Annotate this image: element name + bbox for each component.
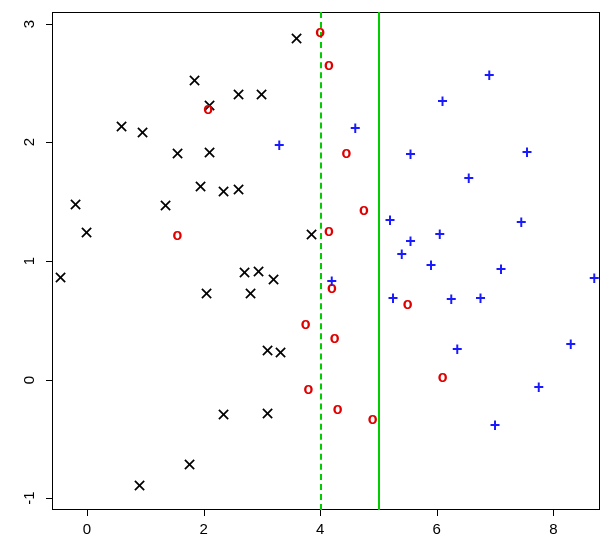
point-class-x: ✕ <box>53 269 68 287</box>
x-tick <box>437 510 438 516</box>
point-class-plus: + <box>405 145 416 163</box>
point-class-x: ✕ <box>254 86 269 104</box>
x-tick <box>87 510 88 516</box>
plot-area <box>52 12 600 510</box>
point-class-o: o <box>330 330 340 346</box>
x-tick-label: 4 <box>316 520 324 537</box>
point-class-o: o <box>324 223 334 239</box>
point-class-x: ✕ <box>216 406 231 424</box>
point-class-o: o <box>359 202 369 218</box>
scatter-chart: 02468-10123 ✕✕✕✕✕✕✕✕✕✕✕✕✕✕✕✕✕✕✕✕✕✕✕✕✕✕✕✕… <box>0 0 614 556</box>
x-tick <box>553 510 554 516</box>
point-class-x: ✕ <box>237 264 252 282</box>
point-class-x: ✕ <box>260 405 275 423</box>
point-class-plus: + <box>452 340 463 358</box>
point-class-x: ✕ <box>243 285 258 303</box>
point-class-plus: + <box>589 269 600 287</box>
point-class-plus: + <box>534 378 545 396</box>
point-class-plus: + <box>484 66 495 84</box>
y-tick-label: 3 <box>34 16 51 24</box>
x-tick-label: 0 <box>83 520 91 537</box>
point-class-plus: + <box>496 260 507 278</box>
point-class-plus: + <box>516 213 527 231</box>
point-class-x: ✕ <box>187 72 202 90</box>
point-class-plus: + <box>405 232 416 250</box>
point-class-o: o <box>203 101 213 117</box>
point-class-x: ✕ <box>266 271 281 289</box>
y-tick-label: 1 <box>34 253 51 261</box>
y-tick-label: 2 <box>34 134 51 142</box>
point-class-plus: + <box>566 335 577 353</box>
x-tick-label: 2 <box>199 520 207 537</box>
point-class-plus: + <box>446 290 457 308</box>
vline-dashed <box>320 12 322 510</box>
y-tick <box>46 498 52 499</box>
point-class-x: ✕ <box>251 263 266 281</box>
y-tick <box>46 261 52 262</box>
x-tick <box>320 510 321 516</box>
point-class-plus: + <box>434 225 445 243</box>
point-class-x: ✕ <box>231 181 246 199</box>
point-class-o: o <box>304 381 314 397</box>
x-tick <box>204 510 205 516</box>
point-class-x: ✕ <box>273 344 288 362</box>
point-class-x: ✕ <box>193 178 208 196</box>
point-class-x: ✕ <box>79 224 94 242</box>
y-tick-label: 0 <box>34 371 51 379</box>
point-class-plus: + <box>464 169 475 187</box>
point-class-x: ✕ <box>216 183 231 201</box>
point-class-plus: + <box>522 143 533 161</box>
point-class-x: ✕ <box>135 124 150 142</box>
point-class-x: ✕ <box>199 285 214 303</box>
point-class-o: o <box>333 401 343 417</box>
point-class-x: ✕ <box>132 477 147 495</box>
point-class-plus: + <box>426 256 437 274</box>
point-class-x: ✕ <box>289 30 304 48</box>
point-class-o: o <box>301 316 311 332</box>
point-class-plus: + <box>327 272 338 290</box>
point-class-x: ✕ <box>231 86 246 104</box>
point-class-o: o <box>368 411 378 427</box>
point-class-x: ✕ <box>202 144 217 162</box>
point-class-x: ✕ <box>158 197 173 215</box>
point-class-plus: + <box>388 289 399 307</box>
vline-solid <box>378 12 380 510</box>
y-tick <box>46 142 52 143</box>
point-class-x: ✕ <box>68 196 83 214</box>
y-tick-label: -1 <box>34 485 51 498</box>
point-class-plus: + <box>490 416 501 434</box>
point-class-o: o <box>342 145 352 161</box>
point-class-plus: + <box>274 136 285 154</box>
point-class-plus: + <box>475 289 486 307</box>
point-class-o: o <box>438 369 448 385</box>
point-class-o: o <box>403 296 413 312</box>
point-class-o: o <box>324 57 334 73</box>
point-class-x: ✕ <box>182 456 197 474</box>
point-class-x: ✕ <box>304 226 319 244</box>
point-class-plus: + <box>385 211 396 229</box>
point-class-o: o <box>172 227 182 243</box>
x-tick-label: 8 <box>549 520 557 537</box>
point-class-x: ✕ <box>114 118 129 136</box>
point-class-o: o <box>315 24 325 40</box>
point-class-plus: + <box>437 92 448 110</box>
point-class-x: ✕ <box>170 145 185 163</box>
point-class-plus: + <box>350 119 361 137</box>
x-tick-label: 6 <box>433 520 441 537</box>
